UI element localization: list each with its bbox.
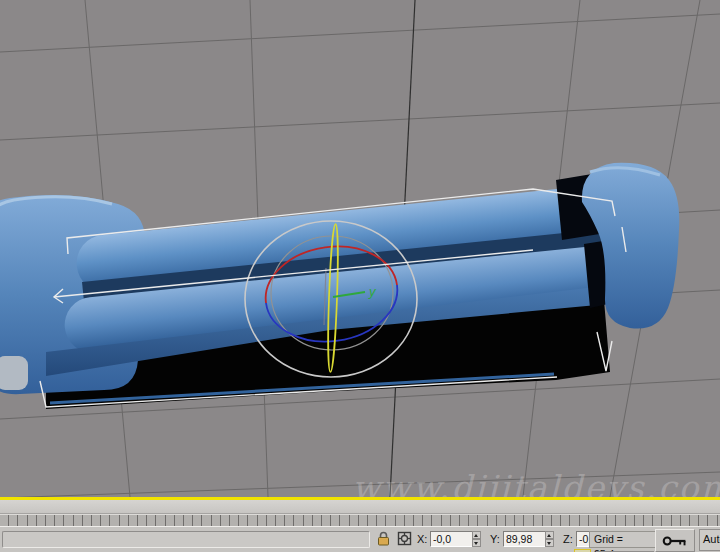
spinner-down-icon[interactable] xyxy=(545,539,554,547)
set-keys-button[interactable] xyxy=(655,529,695,552)
max-application-window: y www.dijitaldevs.com xyxy=(0,0,720,552)
timeline-ruler[interactable] xyxy=(0,514,720,526)
lock-icon xyxy=(377,531,390,546)
y-coordinate-label: Y: xyxy=(490,533,500,545)
z-coordinate-label: Z: xyxy=(563,533,573,545)
grid-size-display: Grid = 25,4cm xyxy=(589,531,657,548)
left-arm-foot xyxy=(0,356,28,390)
track-bar[interactable] xyxy=(0,500,720,514)
y-coordinate-input[interactable] xyxy=(503,531,548,547)
key-icon xyxy=(662,534,688,548)
absolute-mode-icon xyxy=(397,531,412,546)
spinner-up-icon[interactable] xyxy=(545,531,554,539)
x-spinner[interactable] xyxy=(472,531,481,547)
status-bar: X: Y: Z: Grid = 25,4cm Auto xyxy=(0,526,720,552)
auto-key-label: Auto xyxy=(703,533,720,545)
prompt-line xyxy=(2,531,370,548)
perspective-viewport[interactable]: y www.dijitaldevs.com xyxy=(0,0,720,497)
x-coordinate-label: X: xyxy=(417,533,427,545)
spinner-up-icon[interactable] xyxy=(472,531,481,539)
absolute-mode-button[interactable] xyxy=(396,530,413,547)
y-spinner[interactable] xyxy=(545,531,554,547)
auto-key-button[interactable]: Auto xyxy=(699,529,720,551)
spinner-down-icon[interactable] xyxy=(472,539,481,547)
x-coordinate-input[interactable] xyxy=(430,531,475,547)
viewport-scene: y xyxy=(0,0,720,497)
selection-lock-button[interactable] xyxy=(375,530,392,547)
